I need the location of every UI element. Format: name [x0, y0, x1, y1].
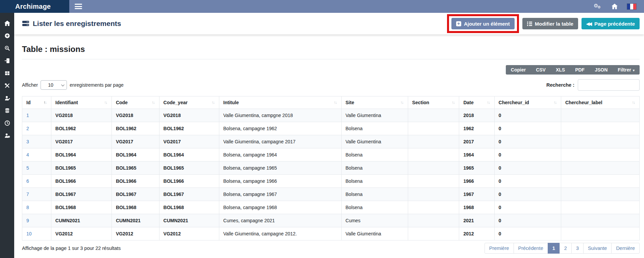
chercheur_id-cell: 0 — [494, 175, 561, 188]
code_year-cell: CUMN2021 — [159, 214, 219, 227]
code_year-cell: VG2017 — [159, 135, 219, 148]
table-icon[interactable] — [4, 70, 10, 76]
pagination-item-precedente[interactable]: Précédente — [514, 243, 548, 254]
id-cell: 5 — [22, 162, 51, 175]
record-link[interactable]: 5 — [26, 165, 29, 171]
chercheur_label-cell — [561, 122, 639, 135]
table-row: 6BOL1966BOL1966BOL1966Bolsena, campagne … — [22, 175, 640, 188]
code_year-cell: BOL1966 — [159, 175, 219, 188]
column-header-code_year[interactable]: Code_year↑↓ — [159, 96, 219, 109]
record-link[interactable]: 10 — [26, 231, 32, 236]
id-cell: 6 — [22, 175, 51, 188]
export-pdf-button[interactable]: PDF — [570, 65, 590, 75]
users-gear-icon[interactable] — [4, 133, 10, 139]
column-header-section[interactable]: Section↑↓ — [408, 96, 459, 109]
identifiant-cell: BOL1966 — [51, 175, 112, 188]
record-link[interactable]: 2 — [26, 126, 29, 131]
chercheur_label-cell — [561, 109, 639, 122]
navbar-main: ⚙⚙ — [69, 0, 644, 13]
code_year-cell: VG2018 — [159, 109, 219, 122]
record-link[interactable]: 1 — [26, 113, 29, 118]
home-icon[interactable] — [611, 3, 618, 9]
code-cell: BOL1966 — [112, 175, 159, 188]
intitule-cell: Bolsena, campagne 1962 — [219, 122, 341, 135]
column-header-intitule[interactable]: Intitule↑↓ — [219, 96, 341, 109]
column-header-chercheur_label[interactable]: Chercheur_label↑↓ — [561, 96, 639, 109]
length-value: 10 — [48, 82, 53, 88]
app-logo[interactable]: Archimage — [0, 0, 69, 13]
code_year-cell: BOL1962 — [159, 122, 219, 135]
column-header-id[interactable]: Id↑↓ — [22, 96, 51, 109]
file-import-icon[interactable] — [4, 58, 10, 64]
code_year-cell: BOL1964 — [159, 148, 219, 162]
left-sidebar — [0, 13, 14, 258]
section-cell — [408, 162, 459, 175]
tools-icon[interactable] — [4, 83, 10, 89]
plus-circle-icon[interactable] — [4, 33, 10, 39]
home-icon[interactable] — [4, 20, 10, 26]
section-cell — [408, 135, 459, 148]
search-label: Recherche : — [546, 82, 574, 88]
export-json-button[interactable]: JSON — [590, 65, 613, 75]
page-length-select[interactable]: 10 — [41, 80, 67, 90]
backward-icon: ◀◀ — [586, 21, 591, 26]
date-cell: 1965 — [459, 162, 494, 175]
code-cell: BOL1967 — [112, 188, 159, 201]
french-flag-icon[interactable] — [627, 3, 637, 10]
record-link[interactable]: 7 — [26, 192, 29, 197]
export-copier-button[interactable]: Copier — [506, 65, 531, 75]
section-cell — [408, 148, 459, 162]
export-csv-button[interactable]: CSV — [531, 65, 551, 75]
chercheur_label-cell — [561, 148, 639, 162]
code-cell: VG2017 — [112, 135, 159, 148]
code_year-cell: BOL1968 — [159, 201, 219, 214]
add-item-button[interactable]: + Ajouter un élément — [451, 18, 515, 29]
column-header-identifiant[interactable]: Identifiant↑↓ — [51, 96, 112, 109]
record-link[interactable]: 8 — [26, 205, 29, 210]
chercheur_label-cell — [561, 188, 639, 201]
pagination-item-derniere[interactable]: Dernière — [611, 243, 640, 254]
top-navbar: Archimage ⚙⚙ — [0, 0, 644, 13]
edit-table-button[interactable]: Modifier la table — [522, 18, 578, 29]
section-cell — [408, 109, 459, 122]
export-xls-button[interactable]: XLS — [551, 65, 570, 75]
column-header-site[interactable]: Site↑↓ — [341, 96, 408, 109]
filter-dropdown-button[interactable]: Filtrer▾ — [613, 65, 640, 75]
clock-icon[interactable] — [4, 120, 10, 126]
identifiant-cell: BOL1962 — [51, 122, 112, 135]
menu-toggle-icon[interactable] — [75, 3, 82, 10]
record-link[interactable]: 4 — [26, 152, 29, 157]
site-cell: Bolsena — [341, 201, 408, 214]
date-cell: 2018 — [459, 109, 494, 122]
pagination-item-3[interactable]: 3 — [571, 243, 584, 254]
previous-page-button[interactable]: ◀◀ Page précédente — [581, 18, 640, 29]
database-icon[interactable] — [4, 108, 10, 114]
divider — [22, 59, 640, 59]
sort-icon: ↑↓ — [487, 100, 490, 105]
pagination-item-2[interactable]: 2 — [560, 243, 572, 254]
section-cell — [408, 175, 459, 188]
pagination-item-suivante[interactable]: Suivante — [583, 243, 612, 254]
column-header-date[interactable]: Date↑↓ — [459, 96, 494, 109]
table-row: 3VG2017VG2017VG2017Valle Giumentina, cam… — [22, 135, 640, 148]
record-link[interactable]: 3 — [26, 139, 29, 144]
pagination-item-1[interactable]: 1 — [548, 243, 560, 254]
column-header-code[interactable]: Code↑↓ — [112, 96, 159, 109]
date-cell: 1968 — [459, 201, 494, 214]
code-cell: BOL1964 — [112, 148, 159, 162]
column-header-chercheur_id[interactable]: Chercheur_id↑↓ — [494, 96, 561, 109]
user-edit-icon[interactable] — [4, 95, 10, 101]
intitule-cell: Bolsena, campagne 1964 — [219, 148, 341, 162]
pagination-item-premiere[interactable]: Première — [485, 243, 514, 254]
chercheur_label-cell — [561, 201, 639, 214]
table-row: 1VG2018VG2018VG2018Valle Giumentina, cam… — [22, 109, 640, 122]
table-row: 10VG2012VG2012VG2012Valle Giumentina, ca… — [22, 227, 640, 240]
record-link[interactable]: 9 — [26, 218, 29, 223]
search-input[interactable] — [578, 79, 640, 91]
search-icon[interactable] — [4, 45, 10, 51]
code-cell: BOL1962 — [112, 122, 159, 135]
identifiant-cell: BOL1968 — [51, 201, 112, 214]
settings-gears-icon[interactable]: ⚙⚙ — [594, 3, 602, 10]
record-link[interactable]: 6 — [26, 178, 29, 184]
code-cell: BOL1965 — [112, 162, 159, 175]
